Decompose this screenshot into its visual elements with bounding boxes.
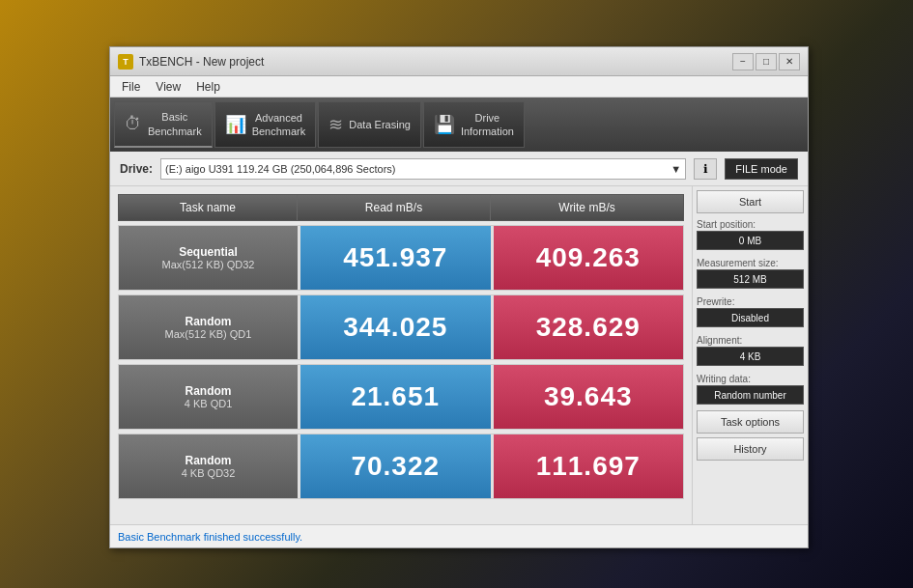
writing-data-label: Writing data: (697, 374, 804, 384)
table-row: Random Max(512 KB) QD1 344.025 328.629 (118, 294, 684, 360)
read-value-0: 451.937 (300, 226, 491, 290)
status-text: Basic Benchmark finished successfully. (118, 531, 302, 543)
table-row: Sequential Max(512 KB) QD32 451.937 409.… (118, 225, 684, 291)
info-icon: ℹ (703, 162, 708, 176)
prewrite-section: Prewrite: Disabled (697, 294, 804, 329)
table-header: Task name Read mB/s Write mB/s (118, 194, 684, 221)
tab-erasing-label: Data Erasing (349, 118, 411, 131)
tab-basic-label: BasicBenchmark (148, 110, 202, 138)
prewrite-value: Disabled (697, 308, 804, 327)
alignment-label: Alignment: (697, 335, 804, 346)
table-row: Random 4 KB QD1 21.651 39.643 (118, 364, 684, 430)
tab-advanced-label: AdvancedBenchmark (252, 111, 306, 139)
minimize-button[interactable]: − (732, 53, 754, 70)
titlebar: T TxBENCH - New project − □ ✕ (110, 47, 808, 76)
start-position-section: Start position: 0 MB (697, 217, 804, 252)
col-header-task: Task name (119, 195, 298, 220)
content-area: Task name Read mB/s Write mB/s Sequentia… (110, 186, 808, 524)
menu-help[interactable]: Help (188, 78, 228, 96)
maximize-button[interactable]: □ (756, 53, 777, 70)
col-header-write: Write mB/s (491, 195, 683, 220)
right-panel: Start Start position: 0 MB Measurement s… (692, 186, 808, 524)
toolbar: ⏱ BasicBenchmark 📊 AdvancedBenchmark ≋ D… (110, 98, 808, 152)
measurement-size-label: Measurement size: (697, 258, 804, 268)
writing-data-value: Random number (697, 385, 804, 405)
clock-icon: ⏱ (125, 114, 142, 134)
statusbar: Basic Benchmark finished successfully. (110, 524, 808, 547)
start-button[interactable]: Start (697, 190, 804, 213)
main-panel: Task name Read mB/s Write mB/s Sequentia… (110, 186, 692, 524)
drive-select-text: (E:) aigo U391 119.24 GB (250,064,896 Se… (165, 163, 395, 175)
task-name-2: Random 4 KB QD1 (119, 365, 298, 429)
drive-selector[interactable]: (E:) aigo U391 119.24 GB (250,064,896 Se… (160, 158, 686, 180)
tab-drive-label: DriveInformation (461, 111, 514, 139)
write-value-3: 111.697 (494, 434, 684, 498)
app-icon: T (118, 54, 133, 70)
drive-info-button[interactable]: ℹ (694, 158, 717, 180)
main-window: T TxBENCH - New project − □ ✕ File View … (109, 46, 809, 548)
read-value-1: 344.025 (300, 295, 491, 359)
window-controls: − □ ✕ (732, 53, 800, 70)
drivebar: Drive: (E:) aigo U391 119.24 GB (250,064… (110, 152, 808, 186)
menu-file[interactable]: File (114, 78, 148, 96)
menu-view[interactable]: View (148, 78, 188, 96)
write-value-0: 409.263 (494, 226, 684, 290)
alignment-section: Alignment: 4 KB (697, 333, 804, 368)
tab-data-erasing[interactable]: ≋ Data Erasing (318, 101, 421, 148)
task-options-button[interactable]: Task options (697, 410, 804, 434)
prewrite-label: Prewrite: (697, 296, 804, 307)
close-button[interactable]: ✕ (779, 53, 800, 70)
history-button[interactable]: History (697, 437, 804, 461)
write-value-2: 39.643 (494, 365, 684, 429)
write-value-1: 328.629 (494, 295, 684, 359)
task-name-3: Random 4 KB QD32 (119, 434, 298, 498)
task-name-0: Sequential Max(512 KB) QD32 (119, 226, 298, 290)
alignment-value: 4 KB (697, 347, 804, 366)
file-mode-button[interactable]: FILE mode (725, 158, 798, 180)
measurement-size-section: Measurement size: 512 MB (697, 256, 804, 291)
chart-icon: 📊 (225, 114, 246, 135)
start-position-label: Start position: (697, 219, 804, 230)
titlebar-left: T TxBENCH - New project (118, 54, 264, 70)
writing-data-section: Writing data: Random number (697, 372, 804, 406)
dropdown-chevron-icon: ▼ (670, 163, 681, 175)
task-name-1: Random Max(512 KB) QD1 (119, 295, 298, 359)
drive-icon: 💾 (434, 114, 455, 135)
read-value-2: 21.651 (300, 365, 491, 429)
col-header-read: Read mB/s (298, 195, 491, 220)
tab-drive-information[interactable]: 💾 DriveInformation (423, 101, 525, 148)
start-position-value: 0 MB (697, 231, 804, 250)
table-row: Random 4 KB QD32 70.322 111.697 (118, 434, 684, 499)
menubar: File View Help (110, 76, 808, 98)
erasing-icon: ≋ (328, 114, 343, 135)
window-title: TxBENCH - New project (139, 55, 264, 69)
tab-basic-benchmark[interactable]: ⏱ BasicBenchmark (114, 101, 213, 148)
read-value-3: 70.322 (300, 434, 491, 498)
drive-label: Drive: (120, 162, 153, 176)
tab-advanced-benchmark[interactable]: 📊 AdvancedBenchmark (214, 101, 317, 148)
measurement-size-value: 512 MB (697, 269, 804, 289)
